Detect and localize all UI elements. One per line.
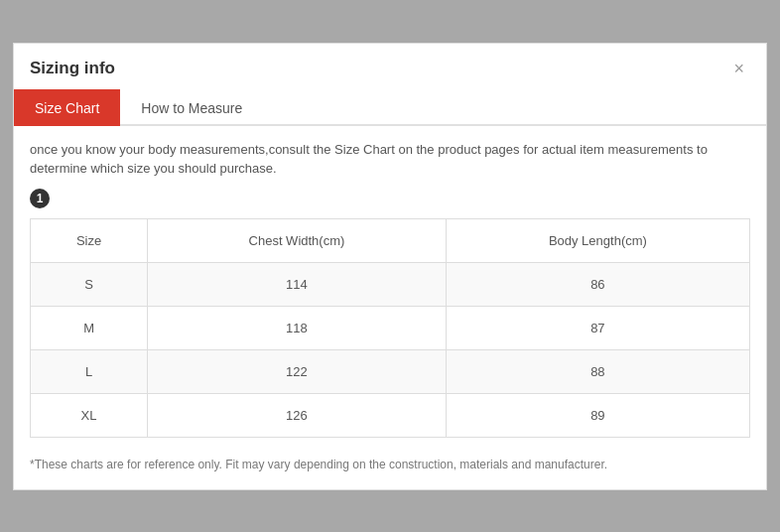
modal-overlay: Sizing info × Size Chart How to Measure … [0, 0, 780, 532]
footer-note: *These charts are for reference only. Fi… [30, 450, 750, 475]
col-header-body: Body Length(cm) [446, 218, 749, 262]
table-cell-2-0: L [31, 349, 148, 393]
table-row: M11887 [31, 306, 750, 349]
table-row: L12288 [31, 349, 750, 393]
tab-content: once you know your body measurements,con… [14, 126, 766, 489]
modal-title: Sizing info [30, 59, 115, 78]
modal-dialog: Sizing info × Size Chart How to Measure … [13, 43, 767, 490]
table-cell-3-0: XL [31, 393, 148, 437]
tab-how-to-measure[interactable]: How to Measure [120, 89, 263, 126]
table-cell-1-0: M [31, 306, 148, 349]
close-button[interactable]: × [727, 58, 750, 79]
table-cell-1-1: 118 [148, 306, 447, 349]
tab-bar: Size Chart How to Measure [14, 89, 766, 126]
table-cell-2-2: 88 [446, 349, 749, 393]
size-table: Size Chest Width(cm) Body Length(cm) S11… [30, 218, 750, 438]
table-cell-3-2: 89 [446, 393, 749, 437]
table-cell-0-1: 114 [148, 262, 447, 306]
table-cell-0-2: 86 [446, 262, 749, 306]
table-cell-3-1: 126 [148, 393, 447, 437]
table-row: S11486 [31, 262, 750, 306]
table-row: XL12689 [31, 393, 750, 437]
info-badge: 1 [30, 189, 50, 208]
table-cell-2-1: 122 [148, 349, 447, 393]
col-header-size: Size [31, 218, 148, 262]
tab-size-chart[interactable]: Size Chart [14, 89, 120, 126]
col-header-chest: Chest Width(cm) [148, 218, 447, 262]
table-cell-0-0: S [31, 262, 148, 306]
modal-header: Sizing info × [14, 44, 766, 89]
table-cell-1-2: 87 [446, 306, 749, 349]
table-header-row: Size Chest Width(cm) Body Length(cm) [31, 218, 750, 262]
description-text: once you know your body measurements,con… [30, 140, 750, 179]
